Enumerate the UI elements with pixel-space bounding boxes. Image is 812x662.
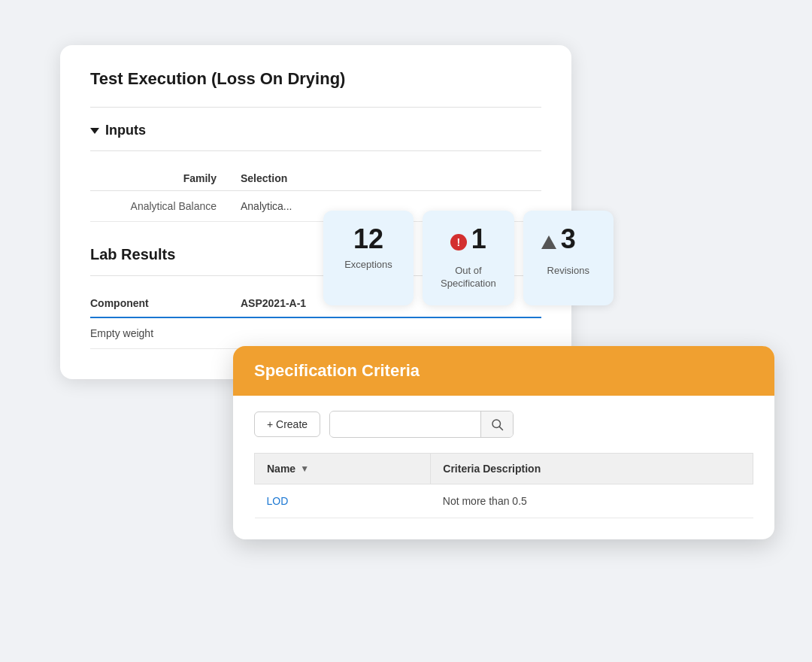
criteria-desc-col-header: Criteria Description — [431, 454, 753, 484]
revisions-header: 3 — [541, 226, 595, 259]
chevron-down-icon — [90, 128, 99, 134]
selection-col-header: Selection — [241, 166, 541, 191]
card-title: Test Execution (Loss On Drying) — [90, 69, 541, 89]
family-col-header: Family — [90, 166, 241, 191]
lab-component-cell: Empty weight — [90, 317, 241, 349]
search-button[interactable] — [480, 411, 513, 437]
oos-inner: ! 1 Out ofSpecification — [441, 226, 496, 290]
criteria-table-row: LOD Not more than 0.5 — [255, 484, 753, 518]
component-col-header: Component — [90, 291, 241, 317]
stats-container: 12 Exceptions ! 1 Out ofSpecification 3 … — [323, 211, 614, 305]
lab-table-row: Empty weight — [90, 317, 541, 349]
sort-icon: ▼ — [300, 463, 309, 474]
svg-line-1 — [499, 427, 502, 430]
exceptions-number: 12 — [341, 226, 395, 253]
family-cell: Analytical Balance — [90, 191, 241, 222]
revisions-number: 3 — [561, 226, 576, 253]
specification-criteria-card: Specification Criteria + Create — [233, 346, 774, 539]
inputs-label: Inputs — [105, 123, 146, 138]
error-icon: ! — [450, 234, 467, 251]
inputs-section-header: Inputs — [90, 123, 541, 138]
search-input[interactable] — [330, 412, 480, 436]
exceptions-label: Exceptions — [341, 259, 395, 272]
oos-header: ! 1 — [450, 226, 486, 259]
card-front-body: + Create Name — [233, 396, 774, 539]
criteria-name-cell[interactable]: LOD — [255, 484, 431, 518]
scene: Test Execution (Loss On Drying) Inputs F… — [0, 0, 812, 662]
search-icon — [490, 418, 504, 431]
triangle-icon — [541, 235, 556, 249]
create-button[interactable]: + Create — [254, 411, 320, 437]
oos-stat-card: ! 1 Out ofSpecification — [423, 211, 514, 305]
card-front-header: Specification Criteria — [233, 346, 774, 396]
revisions-label: Revisions — [541, 265, 595, 278]
criteria-table: Name ▼ Criteria Description LOD Not more… — [254, 453, 753, 518]
lab-value-cell — [241, 317, 541, 349]
criteria-desc-cell: Not more than 0.5 — [431, 484, 753, 518]
oos-number: 1 — [471, 226, 486, 253]
oos-label: Out ofSpecification — [441, 265, 496, 290]
exceptions-stat-card: 12 Exceptions — [323, 211, 414, 305]
divider-2 — [90, 150, 541, 151]
divider-1 — [90, 107, 541, 108]
toolbar: + Create — [254, 411, 753, 438]
name-col-header: Name ▼ — [255, 454, 431, 484]
search-container — [329, 411, 514, 438]
revisions-stat-card: 3 Revisions — [523, 211, 614, 305]
spec-criteria-title: Specification Criteria — [254, 361, 753, 381]
